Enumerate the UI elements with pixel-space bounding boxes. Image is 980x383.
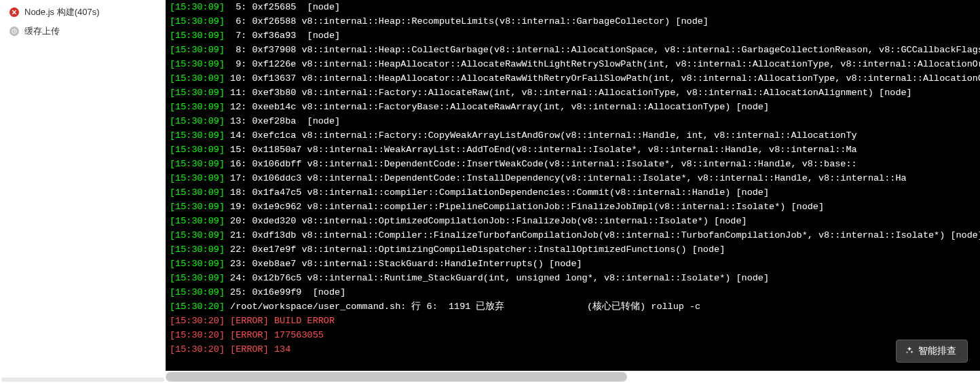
terminal-line: [15:30:09] 7: 0xf36a93 [node] xyxy=(166,29,980,43)
terminal-line: [15:30:09] 10: 0xf13637 v8::internal::He… xyxy=(166,71,980,86)
terminal-line: [15:30:09] 17: 0x106ddc3 v8::internal::D… xyxy=(166,171,980,185)
terminal-line: [15:30:09] 24: 0x12b76c5 v8::internal::R… xyxy=(166,271,980,285)
steps-sidebar: Node.js 构建(407s)缓存上传 xyxy=(0,0,166,383)
terminal-line: [15:30:09] 8: 0xf37908 v8::internal::Hea… xyxy=(166,43,980,57)
terminal-line: [15:30:09] 9: 0xf1226e v8::internal::Hea… xyxy=(166,57,980,71)
sidebar-item-label: Node.js 构建(407s) xyxy=(24,6,157,18)
terminal-line: [15:30:09] 5: 0xf25685 [node] xyxy=(166,0,980,14)
terminal-line: [15:30:09] 15: 0x11850a7 v8::internal::W… xyxy=(166,143,980,157)
terminal-line: [15:30:09] 22: 0xe17e9f v8::internal::Op… xyxy=(166,242,980,257)
sidebar-item-label: 缓存上传 xyxy=(24,25,157,37)
terminal-line: [15:30:09] 14: 0xefc1ca v8::internal::Fa… xyxy=(166,128,980,143)
terminal-line: [15:30:20] [ERROR] BUILD ERROR xyxy=(166,314,980,328)
scrollbar-thumb[interactable] xyxy=(166,372,627,382)
terminal-line: [15:30:09] 25: 0x16e99f9 [node] xyxy=(166,285,980,299)
terminal-line: [15:30:09] 20: 0xded320 v8::internal::Op… xyxy=(166,214,980,228)
terminal-panel: [15:30:09] 5: 0xf25685 [node][15:30:09] … xyxy=(166,0,980,383)
sparkle-icon xyxy=(905,346,914,357)
terminal-line: [15:30:09] 21: 0xdf13db v8::internal::Co… xyxy=(166,228,980,242)
sidebar-item-0[interactable]: Node.js 构建(407s) xyxy=(0,3,166,22)
terminal-line: [15:30:20] [ERROR] 177563055 xyxy=(166,328,980,342)
sidebar-item-1[interactable]: 缓存上传 xyxy=(0,22,166,41)
clock-icon xyxy=(10,26,19,36)
terminal-line: [15:30:20] /root/workspace/user_command.… xyxy=(166,299,980,314)
terminal-line: [15:30:09] 23: 0xeb8ae7 v8::internal::St… xyxy=(166,257,980,271)
terminal-line: [15:30:20] [ERROR] 134 xyxy=(166,342,980,357)
terminal-output[interactable]: [15:30:09] 5: 0xf25685 [node][15:30:09] … xyxy=(166,0,980,383)
horizontal-scrollbar[interactable] xyxy=(166,371,980,383)
terminal-line: [15:30:09] 11: 0xef3b80 v8::internal::Fa… xyxy=(166,86,980,100)
error-icon xyxy=(10,7,19,17)
smart-diagnose-label: 智能排查 xyxy=(918,345,956,357)
terminal-line: [15:30:09] 13: 0xef28ba [node] xyxy=(166,114,980,128)
terminal-line: [15:30:09] 16: 0x106dbff v8::internal::D… xyxy=(166,157,980,171)
terminal-line: [15:30:09] 6: 0xf26588 v8::internal::Hea… xyxy=(166,14,980,29)
smart-diagnose-button[interactable]: 智能排查 xyxy=(896,340,968,363)
terminal-line: [15:30:09] 12: 0xeeb14c v8::internal::Fa… xyxy=(166,100,980,114)
app-root: Node.js 构建(407s)缓存上传 [15:30:09] 5: 0xf25… xyxy=(0,0,980,383)
terminal-line: [15:30:09] 19: 0x1e9c962 v8::internal::c… xyxy=(166,200,980,214)
terminal-line: [15:30:09] 18: 0x1fa47c5 v8::internal::c… xyxy=(166,185,980,200)
